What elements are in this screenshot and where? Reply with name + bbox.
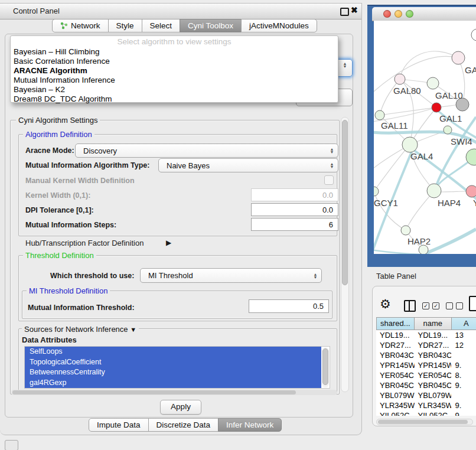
node-label: GAL11 <box>381 120 408 131</box>
table-cell: YLR345W <box>415 400 452 410</box>
data-attributes-list[interactable]: SelfLoopsTopologicalCoefficientBetweenne… <box>24 346 330 389</box>
network-node[interactable] <box>401 226 410 235</box>
network-node[interactable] <box>374 187 379 196</box>
network-node[interactable] <box>375 110 384 120</box>
node-label: Y <box>473 198 476 208</box>
table-row[interactable]: YDR27...YDR27...12 <box>376 340 476 350</box>
algorithm-option-bayesian-hill-climbing[interactable]: Bayesian – Hill Climbing <box>14 47 100 56</box>
table-row[interactable]: YBL079WYBL079W <box>376 390 476 400</box>
manual-kernel-checkbox[interactable] <box>324 175 334 185</box>
zoom-traffic-light-icon[interactable] <box>406 10 413 18</box>
unselect-all-checks-icon[interactable] <box>446 302 463 309</box>
table-cell: YBL079W <box>376 390 415 400</box>
column-header-a[interactable]: A <box>452 317 476 330</box>
table-cell: 9. <box>451 380 476 390</box>
network-icon <box>60 22 68 30</box>
table-row[interactable]: YPR145WYPR145W9. <box>376 360 476 370</box>
network-node[interactable] <box>466 185 476 197</box>
table-cell <box>451 390 476 400</box>
table-hscrollbar[interactable] <box>376 419 473 425</box>
network-node[interactable] <box>452 51 465 64</box>
attribute-item-selfloops[interactable]: SelfLoops <box>25 347 321 357</box>
close-icon[interactable]: ✖ <box>351 5 358 15</box>
tab-impute-data[interactable]: Impute Data <box>89 418 149 432</box>
gear-icon[interactable]: ⚙ <box>380 297 391 311</box>
mi-steps-field[interactable]: 6 <box>251 218 338 231</box>
table-cell: YPR145W <box>415 360 452 370</box>
tab-cyni-toolbox[interactable]: Cyni Toolbox <box>180 19 242 32</box>
attribute-item-gal4rgexp[interactable]: gal4RGexp <box>25 378 321 389</box>
table-row[interactable]: YLR345WYLR345W9. <box>376 400 476 410</box>
scrollbar-thumb[interactable] <box>342 120 348 285</box>
sources-group-title: Sources for Network Inference ▼ <box>22 325 139 334</box>
table-cell: 13 <box>451 330 476 340</box>
mi-threshold-field[interactable]: 0.5 <box>249 299 329 313</box>
network-canvas[interactable]: GALGAL80GAL10GAL1GAL11SWI4GAL4GCY1HAP4YH… <box>374 21 476 254</box>
network-view-window: GALGAL80GAL10GAL1GAL11SWI4GAL4GCY1HAP4YH… <box>367 5 476 267</box>
settings-vscrollbar[interactable] <box>341 117 349 392</box>
tab-discretize-data[interactable]: Discretize Data <box>148 418 219 432</box>
table-row[interactable]: YBR043CYBR043C <box>376 350 476 360</box>
settings-hscrollbar[interactable] <box>11 390 337 395</box>
network-node[interactable] <box>444 126 452 134</box>
algorithm-option-mutual-information-inference[interactable]: Mutual Information Inference <box>14 76 115 84</box>
table-row[interactable]: YIL052CYIL052C9 <box>376 410 476 416</box>
close-traffic-light-icon[interactable] <box>383 10 391 18</box>
table-header: shared...nameA <box>376 317 476 330</box>
expand-arrow-icon[interactable]: ▶ <box>166 239 171 247</box>
tab-label: Select <box>150 21 172 30</box>
node-table: shared...nameA YDL19...YDL19...13YDR27..… <box>376 317 476 416</box>
node-label: GAL4 <box>410 151 433 161</box>
table-cell: YPR145W <box>376 360 415 370</box>
stepper-icon: ▲▼ <box>326 148 338 154</box>
aracne-mode-select[interactable]: Discovery ▲▼ <box>75 144 338 158</box>
node-label: HAP4 <box>438 198 461 208</box>
network-edge-highlighted <box>374 249 423 254</box>
columns-icon[interactable] <box>404 300 416 312</box>
collapse-arrow-icon[interactable]: ▼ <box>130 326 136 333</box>
network-node[interactable] <box>471 29 476 41</box>
attribute-item-betweennesscentrality[interactable]: BetweennessCentrality <box>25 367 321 378</box>
network-edge <box>380 107 436 115</box>
collapse-panel-button[interactable] <box>5 440 18 450</box>
network-node[interactable] <box>432 103 441 112</box>
tab-infer-network[interactable]: Infer Network <box>218 418 282 432</box>
network-window-titlebar <box>372 7 476 21</box>
network-node[interactable] <box>427 77 439 89</box>
network-node[interactable] <box>395 74 405 84</box>
tab-label: Infer Network <box>226 420 273 429</box>
stepper-icon: ▲▼ <box>339 62 351 68</box>
tab-select[interactable]: Select <box>142 19 181 32</box>
table-row[interactable]: YER054CYER054C8. <box>376 370 476 380</box>
tab-network[interactable]: Network <box>52 19 109 32</box>
kernel-width-field[interactable]: 0.0 <box>251 188 338 201</box>
table-row[interactable]: YBR045CYBR045C9. <box>376 380 476 390</box>
tab-jactivemnodules[interactable]: jActiveMNodules <box>241 19 317 32</box>
dpi-tolerance-field[interactable]: 0.0 <box>251 203 338 216</box>
scrollbar-thumb[interactable] <box>322 348 328 385</box>
list-scrollbar[interactable] <box>322 347 329 387</box>
column-header-shared[interactable]: shared... <box>376 317 415 330</box>
network-node[interactable] <box>419 245 428 254</box>
tab-style[interactable]: Style <box>108 19 142 32</box>
table-cell: YBR043C <box>376 350 415 360</box>
apply-button[interactable]: Apply <box>160 400 201 415</box>
which-threshold-select[interactable]: MI Threshold ▲▼ <box>140 268 322 283</box>
algorithm-option-basic-correlation-inference[interactable]: Basic Correlation Inference <box>14 57 110 66</box>
aracne-mode-value: Discovery <box>76 146 326 155</box>
float-window-button[interactable] <box>340 8 349 16</box>
attribute-item-topologicalcoefficient[interactable]: TopologicalCoefficient <box>25 357 321 368</box>
network-node[interactable] <box>402 137 418 152</box>
algorithm-option-bayesian-k2[interactable]: Bayesian – K2 <box>14 85 65 94</box>
algorithm-option-dream8-dc-tdc-algorithm[interactable]: Dream8 DC_TDC Algorithm <box>14 94 112 103</box>
column-header-name[interactable]: name <box>415 317 452 330</box>
function-builder-icon[interactable] <box>469 296 476 311</box>
scrollbar-thumb[interactable] <box>12 390 296 394</box>
minimize-traffic-light-icon[interactable] <box>395 10 402 18</box>
table-row[interactable]: YDL19...YDL19...13 <box>376 330 476 340</box>
algorithm-option-aracne-algorithm[interactable]: ARACNE Algorithm <box>14 66 87 75</box>
select-all-checks-icon[interactable]: ✓ ✓ <box>422 302 439 309</box>
scrollbar-thumb[interactable] <box>378 420 468 424</box>
mi-type-select[interactable]: Naive Bayes ▲▼ <box>158 158 338 172</box>
network-node[interactable] <box>427 184 441 198</box>
